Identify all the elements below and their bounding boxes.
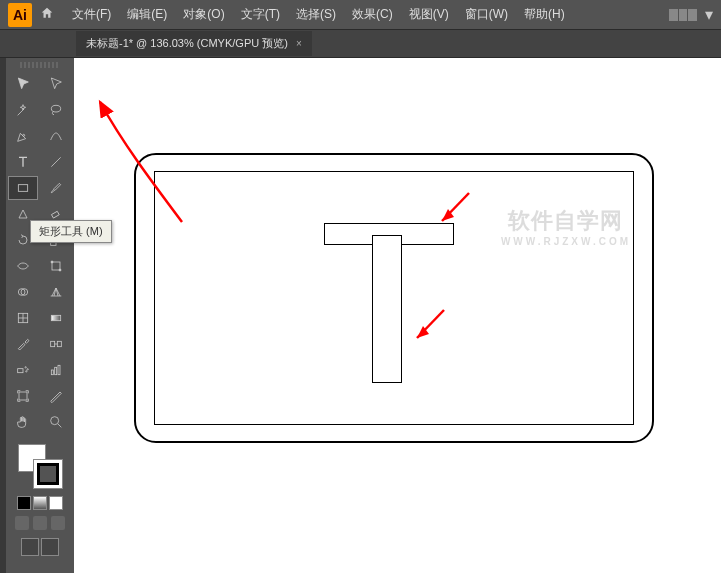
width-tool[interactable] — [8, 254, 38, 278]
canvas[interactable]: 软件自学网 WWW.RJZXW.COM — [74, 58, 721, 573]
svg-rect-15 — [18, 369, 23, 373]
draw-normal-icon[interactable] — [15, 516, 29, 530]
mesh-tool[interactable] — [8, 306, 38, 330]
menu-edit[interactable]: 编辑(E) — [121, 2, 173, 27]
hand-tool[interactable] — [8, 410, 38, 434]
symbol-sprayer-tool[interactable] — [8, 358, 38, 382]
document-tab-active[interactable]: 未标题-1* @ 136.03% (CMYK/GPU 预览) × — [76, 31, 312, 56]
svg-rect-19 — [51, 370, 53, 375]
main-menu: 文件(F) 编辑(E) 对象(O) 文字(T) 选择(S) 效果(C) 视图(V… — [66, 2, 571, 27]
toolbox: 矩形工具 (M) — [6, 58, 74, 573]
annotation-arrow-1 — [434, 191, 474, 231]
menu-type[interactable]: 文字(T) — [235, 2, 286, 27]
artboard-tool[interactable] — [8, 384, 38, 408]
toolbox-handle[interactable] — [20, 62, 60, 68]
shape-builder-tool[interactable] — [8, 280, 38, 304]
rectangle-tool[interactable] — [8, 176, 38, 200]
svg-point-7 — [51, 261, 53, 263]
svg-point-8 — [59, 269, 61, 271]
eyedropper-tool[interactable] — [8, 332, 38, 356]
svg-point-17 — [27, 369, 28, 370]
line-segment-tool[interactable] — [41, 150, 71, 174]
tab-title: 未标题-1* @ 136.03% (CMYK/GPU 预览) — [86, 36, 288, 51]
tab-close-icon[interactable]: × — [296, 38, 302, 49]
svg-rect-2 — [18, 185, 27, 192]
svg-rect-6 — [52, 262, 60, 270]
menu-file[interactable]: 文件(F) — [66, 2, 117, 27]
draw-mode-icons — [12, 516, 68, 530]
blend-tool[interactable] — [41, 332, 71, 356]
workspace: 矩形工具 (M) 软件自学网 WWW.RJZXW.COM — [0, 58, 721, 573]
svg-point-18 — [26, 371, 27, 372]
svg-point-16 — [25, 367, 26, 368]
workspace-switcher-icon[interactable] — [669, 9, 697, 21]
svg-rect-20 — [55, 367, 57, 374]
svg-rect-13 — [51, 341, 55, 346]
gradient-tool[interactable] — [41, 306, 71, 330]
menu-select[interactable]: 选择(S) — [290, 2, 342, 27]
menu-effect[interactable]: 效果(C) — [346, 2, 399, 27]
free-transform-tool[interactable] — [41, 254, 71, 278]
svg-rect-22 — [19, 392, 27, 400]
app-logo: Ai — [8, 3, 32, 27]
chevron-down-icon[interactable]: ▾ — [705, 5, 713, 24]
home-icon[interactable] — [40, 6, 54, 24]
selection-tool[interactable] — [8, 72, 38, 96]
svg-point-1 — [23, 134, 25, 136]
artboard-content — [134, 153, 654, 443]
color-swatch[interactable] — [17, 496, 31, 510]
curvature-tool[interactable] — [41, 124, 71, 148]
watermark-sub: WWW.RJZXW.COM — [501, 236, 631, 247]
screen-mode-full-icon[interactable] — [41, 538, 59, 556]
svg-point-23 — [51, 417, 59, 425]
watermark-text: 软件自学网 — [508, 208, 623, 233]
gradient-swatch[interactable] — [33, 496, 47, 510]
stroke-color[interactable] — [34, 460, 62, 488]
menu-window[interactable]: 窗口(W) — [459, 2, 514, 27]
zoom-tool[interactable] — [41, 410, 71, 434]
menu-view[interactable]: 视图(V) — [403, 2, 455, 27]
drawn-t-stem-rect[interactable] — [372, 235, 402, 383]
annotation-arrow-2 — [409, 308, 449, 348]
draw-inside-icon[interactable] — [51, 516, 65, 530]
column-graph-tool[interactable] — [41, 358, 71, 382]
type-tool[interactable] — [8, 150, 38, 174]
tool-grid — [8, 72, 72, 434]
watermark: 软件自学网 WWW.RJZXW.COM — [501, 206, 631, 247]
color-mode-row — [12, 496, 68, 510]
svg-point-0 — [51, 105, 60, 112]
document-tabs: 未标题-1* @ 136.03% (CMYK/GPU 预览) × — [0, 30, 721, 58]
menu-help[interactable]: 帮助(H) — [518, 2, 571, 27]
pen-tool[interactable] — [8, 124, 38, 148]
fill-stroke-swatch[interactable] — [18, 444, 62, 488]
slice-tool[interactable] — [41, 384, 71, 408]
svg-rect-21 — [58, 365, 60, 374]
screen-mode-icon[interactable] — [21, 538, 39, 556]
paintbrush-tool[interactable] — [41, 176, 71, 200]
draw-behind-icon[interactable] — [33, 516, 47, 530]
titlebar: Ai 文件(F) 编辑(E) 对象(O) 文字(T) 选择(S) 效果(C) 视… — [0, 0, 721, 30]
svg-rect-12 — [51, 315, 60, 320]
color-section — [8, 440, 72, 560]
none-swatch[interactable] — [49, 496, 63, 510]
svg-rect-3 — [51, 211, 59, 218]
menu-object[interactable]: 对象(O) — [177, 2, 230, 27]
svg-rect-14 — [57, 341, 61, 346]
screen-mode-icons — [12, 538, 68, 556]
magic-wand-tool[interactable] — [8, 98, 38, 122]
direct-selection-tool[interactable] — [41, 72, 71, 96]
perspective-grid-tool[interactable] — [41, 280, 71, 304]
tooltip: 矩形工具 (M) — [30, 220, 112, 243]
titlebar-right: ▾ — [669, 5, 713, 24]
lasso-tool[interactable] — [41, 98, 71, 122]
